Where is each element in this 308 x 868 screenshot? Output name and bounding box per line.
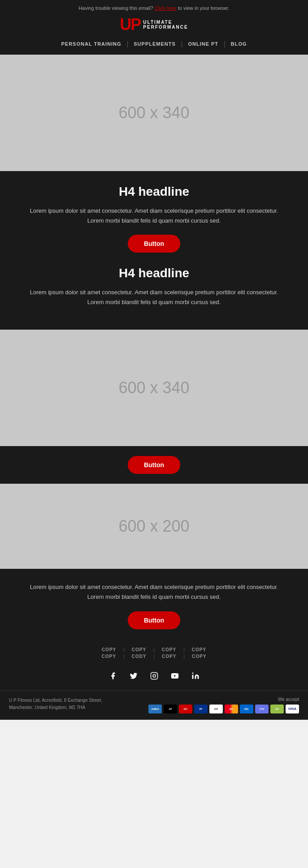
button-3[interactable]: Button (128, 611, 180, 629)
footer-link-row-2: Copy | CoDy | Copy | Copy (9, 654, 299, 659)
payment-icons: AMEX AP DC PP GP MC MA STR SH VISA (148, 705, 299, 713)
content-section-1: H4 headline Lorem ipsum dolor sit amet c… (0, 171, 308, 330)
applepay-icon: AP (164, 705, 177, 713)
footer-sep-3: | (180, 647, 188, 652)
svg-point-1 (153, 675, 156, 677)
body-text-3: Lorem ipsum dolor sit amet consectetur. … (27, 582, 281, 602)
nav-supplements[interactable]: SUPPLEMENTS (128, 41, 181, 47)
footer-link-3[interactable]: Copy (158, 647, 180, 652)
image-placeholder-1: 600 x 340 (0, 55, 308, 171)
nav: PERSONAL TRAINING | SUPPLEMENTS | ONLINE… (9, 40, 299, 47)
body-text-1: Lorem ipsum dolor sit amet consectetur. … (27, 206, 281, 226)
svg-point-5 (192, 672, 193, 674)
content-section-2: Lorem ipsum dolor sit amet consectetur. … (0, 569, 308, 642)
footer-sep-2: | (150, 647, 158, 652)
footer-sep-6: | (150, 654, 158, 659)
logo-area: UP ULTIMATE PERFORMANCE (9, 15, 299, 34)
social-icons-row (0, 663, 308, 690)
instagram-icon[interactable] (148, 670, 161, 682)
mastercard-icon: MC (225, 705, 238, 713)
footer-links: Copy | Copy | Copy | Copy Copy | CoDy | … (0, 643, 308, 663)
youtube-icon[interactable] (169, 670, 181, 682)
nav-blog[interactable]: BLOG (226, 41, 252, 47)
image-placeholder-1-label: 600 x 340 (118, 103, 189, 122)
logo-up[interactable]: UP (120, 15, 140, 34)
maestro-icon: MA (240, 705, 253, 713)
body-text-2: Lorem ipsum dolor sit amet consectetur. … (27, 288, 281, 307)
image-placeholder-3: 600 x 200 (0, 484, 308, 569)
footer-link-2[interactable]: Copy (128, 647, 150, 652)
footer-link-7[interactable]: Copy (158, 654, 180, 659)
amex-icon: AMEX (148, 705, 162, 713)
footer-sep-1: | (120, 647, 128, 652)
stripe-icon: STR (255, 705, 269, 713)
top-bar: Having trouble viewing this email? Click… (9, 5, 299, 11)
image-placeholder-3-label: 600 x 200 (118, 517, 189, 536)
facebook-icon[interactable] (107, 670, 119, 682)
footer-link-8[interactable]: Copy (188, 654, 210, 659)
footer-link-5[interactable]: Copy (98, 654, 120, 659)
footer-sep-5: | (120, 654, 128, 659)
top-bar-suffix: to view in your browser. (178, 5, 230, 11)
button-section: Button (0, 446, 308, 484)
logo-line2: PERFORMANCE (143, 25, 188, 30)
footer-link-row-1: Copy | Copy | Copy | Copy (9, 647, 299, 652)
top-bar-link[interactable]: Click here (155, 5, 177, 11)
svg-rect-4 (192, 675, 193, 679)
image-placeholder-2-label: 600 x 340 (118, 378, 189, 397)
nav-online-pt[interactable]: ONLINE PT (182, 41, 224, 47)
visa-icon: VISA (286, 705, 299, 713)
gpay-icon: GP (209, 705, 223, 713)
diners-icon: DC (179, 705, 192, 713)
twitter-icon[interactable] (127, 670, 140, 682)
email-header: Having trouble viewing this email? Click… (0, 0, 308, 55)
footer-bottom: U P Fitness Ltd, Acresfield, 8 Exchange … (0, 690, 308, 720)
footer-link-6[interactable]: CoDy (128, 654, 150, 659)
top-bar-text: Having trouble viewing this email? (78, 5, 153, 11)
svg-rect-0 (151, 672, 157, 679)
headline-2: H4 headline (27, 266, 281, 280)
nav-personal-training[interactable]: PERSONAL TRAINING (56, 41, 126, 47)
payment-label: We accept (148, 697, 299, 702)
button-2[interactable]: Button (128, 456, 180, 474)
linkedin-icon[interactable] (189, 670, 202, 682)
footer-sep-7: | (180, 654, 188, 659)
logo-line1: ULTIMATE (143, 20, 188, 25)
footer-link-1[interactable]: Copy (98, 647, 120, 652)
logo-text: ULTIMATE PERFORMANCE (143, 20, 188, 30)
footer-payment: We accept AMEX AP DC PP GP MC MA STR SH … (148, 697, 299, 713)
headline-1: H4 headline (27, 185, 281, 199)
svg-point-2 (156, 674, 156, 675)
paypal-icon: PP (194, 705, 208, 713)
footer-address: U P Fitness Ltd, Acresfield, 8 Exchange … (9, 697, 126, 711)
footer-link-4[interactable]: Copy (188, 647, 210, 652)
button-1[interactable]: Button (128, 235, 180, 253)
shopify-icon: SH (270, 705, 284, 713)
image-placeholder-2: 600 x 340 (0, 330, 308, 446)
